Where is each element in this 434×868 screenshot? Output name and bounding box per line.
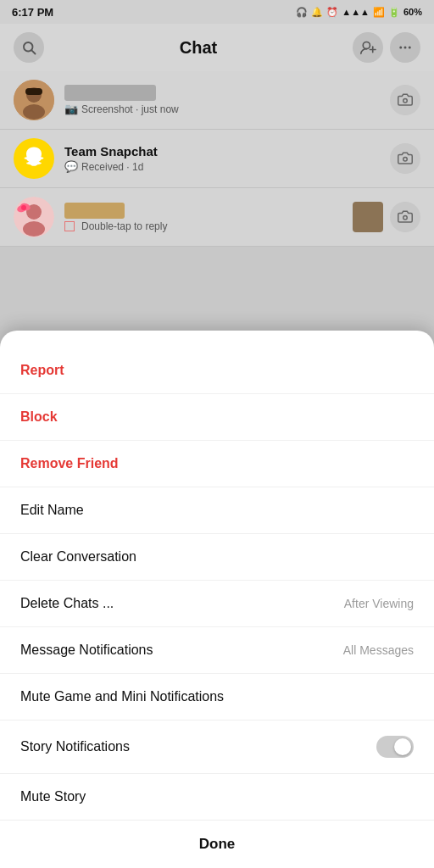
svg-point-5 [399, 47, 402, 49]
svg-point-12 [403, 99, 408, 103]
svg-point-2 [363, 42, 370, 48]
more-options-button[interactable] [390, 32, 420, 63]
chat-name-1: ██████████ [64, 85, 380, 101]
chat-name-2: Team Snapchat [64, 144, 380, 159]
mute-game-button[interactable]: Mute Game and Mini Notifications [0, 674, 434, 721]
camera-button-3[interactable] [390, 202, 420, 232]
notification-icon: 🔔 [311, 7, 323, 18]
svg-point-10 [23, 104, 45, 120]
blurred-name-1: ██████████ [64, 85, 156, 101]
page-title: Chat [180, 38, 217, 58]
camera-button-2[interactable] [390, 143, 420, 174]
chat-item-3[interactable]: ██████ Double-tap to reply [0, 188, 434, 247]
avatar-snapchat [14, 138, 54, 179]
svg-line-1 [31, 50, 35, 53]
chat-list: ██████████ 📷 Screenshot · just now Team … [0, 71, 434, 247]
svg-rect-11 [25, 88, 42, 95]
alarm-icon: ⏰ [326, 7, 338, 18]
story-notifications-toggle[interactable] [376, 736, 414, 758]
header: Chat [0, 24, 434, 71]
chat-meta-2: 💬 Received · 1d [64, 160, 380, 173]
remove-friend-button[interactable]: Remove Friend [0, 441, 434, 487]
clear-conversation-button[interactable]: Clear Conversation [0, 534, 434, 581]
chat-info-3: ██████ Double-tap to reply [64, 203, 342, 232]
chat-meta-3: Double-tap to reply [64, 220, 342, 232]
received-icon: 💬 [64, 160, 78, 173]
delete-chats-secondary: After Viewing [344, 597, 414, 610]
status-bar: 6:17 PM 🎧 🔔 ⏰ ▲▲▲ 📶 🔋 60% [0, 0, 434, 24]
svg-point-13 [403, 158, 408, 162]
svg-point-20 [403, 216, 408, 220]
svg-point-7 [409, 47, 411, 49]
wifi-icon: 📶 [373, 7, 385, 18]
toggle-knob [394, 738, 411, 755]
svg-point-19 [21, 205, 26, 210]
headphone-icon: 🎧 [296, 7, 308, 18]
battery-icon: 🔋 [388, 7, 400, 18]
signal-icon: ▲▲▲ [342, 7, 370, 17]
chat-thumbnail-3 [353, 202, 383, 232]
bottom-sheet: Report Block Remove Friend Edit Name Cle… [0, 331, 434, 868]
add-friend-button[interactable] [353, 32, 383, 63]
chat-name-3: ██████ [64, 203, 342, 219]
svg-point-6 [403, 47, 406, 49]
header-actions [353, 32, 420, 63]
chat-item-1[interactable]: ██████████ 📷 Screenshot · just now [0, 71, 434, 130]
battery-percent: 60% [403, 7, 422, 17]
status-icons: 🎧 🔔 ⏰ ▲▲▲ 📶 🔋 60% [296, 7, 422, 18]
chat-item-2[interactable]: Team Snapchat 💬 Received · 1d [0, 130, 434, 188]
screenshot-icon: 📷 [64, 103, 78, 115]
status-time: 6:17 PM [12, 6, 53, 19]
done-button[interactable]: Done [0, 820, 434, 868]
edit-name-button[interactable]: Edit Name [0, 487, 434, 534]
blurred-name-3: ██████ [64, 203, 125, 219]
chat-meta-1: 📷 Screenshot · just now [64, 103, 380, 115]
chat-info-1: ██████████ 📷 Screenshot · just now [64, 85, 380, 115]
svg-point-16 [23, 221, 45, 236]
chat-info-2: Team Snapchat 💬 Received · 1d [64, 144, 380, 173]
delete-chats-button[interactable]: Delete Chats ... After Viewing [0, 581, 434, 627]
mute-story-button[interactable]: Mute Story [0, 774, 434, 820]
search-button[interactable] [14, 32, 44, 63]
avatar-1 [14, 80, 54, 120]
camera-button-1[interactable] [390, 85, 420, 115]
reply-icon [64, 221, 75, 231]
message-notifications-secondary: All Messages [343, 643, 414, 657]
story-notifications-button[interactable]: Story Notifications [0, 721, 434, 774]
message-notifications-button[interactable]: Message Notifications All Messages [0, 627, 434, 674]
block-button[interactable]: Block [0, 394, 434, 441]
report-button[interactable]: Report [0, 348, 434, 394]
avatar-3 [14, 197, 54, 237]
